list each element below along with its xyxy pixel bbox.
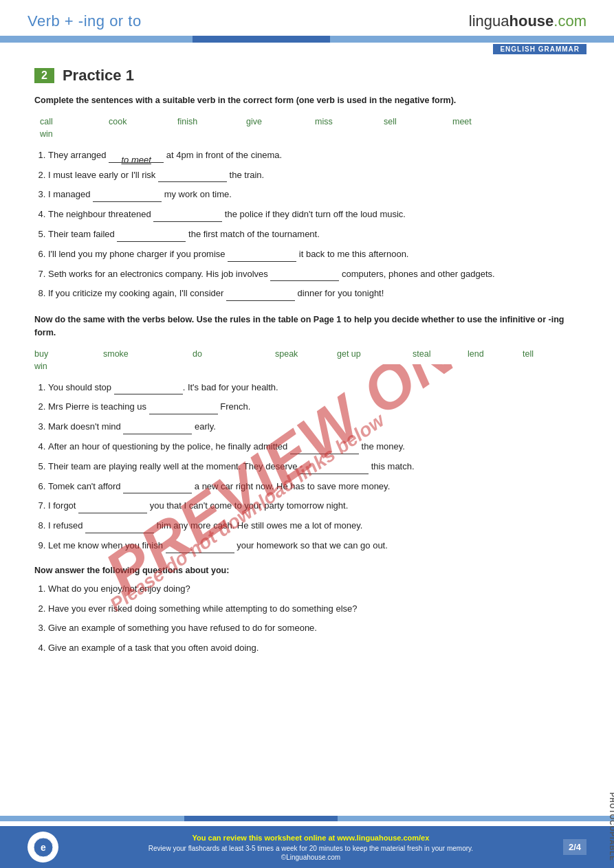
- blank: [300, 465, 369, 474]
- blue-bar-left: [0, 36, 193, 43]
- logo-domain: .com: [553, 12, 586, 30]
- blank: [123, 484, 192, 493]
- list-item: Tomek can't afford a new car right now. …: [48, 480, 580, 494]
- footer-url: You can review this worksheet online at …: [72, 834, 549, 842]
- grammar-label-row: ENGLISH GRAMMAR: [0, 44, 614, 54]
- questions-instruction: Now answer the following questions about…: [34, 566, 580, 575]
- sentences-list-1: They arranged to meet at 4pm in front of…: [48, 148, 580, 301]
- list-item: I must leave early or I'll risk the trai…: [48, 168, 580, 183]
- blank: [114, 385, 183, 394]
- blank: [158, 173, 227, 182]
- list-item: Their team are playing really well at th…: [48, 460, 580, 474]
- list-item: If you criticize my cooking again, I'll …: [48, 287, 580, 301]
- list-item: I'll lend you my phone charger if you pr…: [48, 247, 580, 262]
- logo-plain: lingua: [469, 12, 509, 30]
- word-bank-item: call: [34, 117, 103, 126]
- logo: linguahouse.com: [469, 12, 586, 30]
- footer-copyright: ©Linguahouse.com: [72, 854, 549, 861]
- page-wrapper: Verb + -ing or to linguahouse.com ENGLIS…: [0, 0, 614, 868]
- word-bank-item: tell: [523, 349, 564, 359]
- blank: [228, 252, 296, 262]
- word-bank-item: sell: [378, 117, 447, 126]
- grammar-label: ENGLISH GRAMMAR: [493, 44, 586, 54]
- list-item: Give an example of a task that you often…: [48, 641, 580, 656]
- blank: [290, 445, 359, 454]
- blank: [226, 291, 295, 301]
- footer-page: 2/4: [563, 839, 586, 855]
- footer-text-center: You can review this worksheet online at …: [72, 834, 549, 861]
- word-bank-item: cook: [103, 117, 172, 126]
- instruction-1: Complete the sentences with a suitable v…: [34, 94, 580, 107]
- blank: [123, 425, 192, 434]
- word-bank-item: win: [34, 129, 103, 139]
- list-item: Give an example of something you have re…: [48, 621, 580, 636]
- list-item: Mrs Pierre is teaching us French.: [48, 400, 580, 414]
- list-item: They arranged to meet at 4pm in front of…: [48, 148, 580, 163]
- word-bank-item: give: [241, 117, 309, 126]
- header: Verb + -ing or to linguahouse.com: [0, 0, 614, 30]
- blue-bar-right: [330, 36, 614, 43]
- list-item: Their team failed the first match of the…: [48, 227, 580, 242]
- photocopiable-label: PHOTOCOPIABLE: [608, 792, 614, 861]
- word-bank-2: buy smoke do speak get up steal lend tel…: [34, 349, 580, 359]
- blank: [166, 544, 234, 553]
- filled-answer: to meet: [109, 153, 164, 163]
- list-item: You should stop . It's bad for your heal…: [48, 381, 580, 395]
- section-header: 2 Practice 1: [34, 67, 580, 85]
- word-bank-item: win: [34, 361, 47, 371]
- logo-bold: house: [509, 12, 554, 30]
- questions-section: Now answer the following questions about…: [34, 566, 580, 656]
- list-item: The neighbour threatened the police if t…: [48, 208, 580, 222]
- list-item: Seth works for an electronics company. H…: [48, 267, 580, 282]
- word-bank-item: miss: [309, 117, 378, 126]
- footer: e You can review this worksheet online a…: [0, 826, 614, 868]
- list-item: I forgot you that I can't come to your p…: [48, 499, 580, 513]
- questions-list: What do you enjoy/not enjoy doing? Have …: [48, 582, 580, 656]
- blank: [149, 405, 218, 414]
- blank: [153, 212, 222, 222]
- word-bank-item: speak: [261, 349, 330, 359]
- list-item: I managed my work on time.: [48, 188, 580, 202]
- section-number: 2: [34, 68, 54, 83]
- word-bank-item: steal: [399, 349, 468, 359]
- list-item: After an hour of questioning by the poli…: [48, 440, 580, 454]
- word-bank-item: meet: [447, 117, 516, 126]
- sentences-list-2: You should stop . It's bad for your heal…: [48, 381, 580, 553]
- word-bank-item: get up: [330, 349, 399, 359]
- footer-logo-icon: e: [28, 832, 58, 863]
- footer-review: Review your flashcards at least 3-5 time…: [72, 844, 549, 854]
- word-bank-1: call cook finish give miss sell meet win: [34, 117, 580, 139]
- instruction-2: Now do the same with the verbs below. Us…: [34, 313, 580, 340]
- blank: [117, 232, 186, 242]
- logo-svg: e: [33, 837, 54, 858]
- list-item: Let me know when you finish your homewor…: [48, 539, 580, 553]
- content-area: 2 Practice 1 Complete the sentences with…: [0, 54, 614, 675]
- blue-bar-mid: [193, 36, 330, 43]
- list-item: What do you enjoy/not enjoy doing?: [48, 582, 580, 597]
- word-bank-item: smoke: [103, 349, 193, 359]
- word-bank-item: do: [193, 349, 261, 359]
- list-item: Mark doesn't mind early.: [48, 420, 580, 434]
- word-bank-item: lend: [468, 349, 523, 359]
- blank: [78, 504, 147, 513]
- word-bank-item: finish: [172, 117, 241, 126]
- word-bank-2b: win: [34, 361, 580, 371]
- list-item: I refused him any more cash. He still ow…: [48, 519, 580, 533]
- footer-blue-bar: [0, 816, 614, 821]
- blank: [270, 271, 339, 281]
- section-title: Practice 1: [63, 67, 134, 85]
- blank: [93, 192, 162, 202]
- svg-text:e: e: [41, 842, 46, 853]
- blank: [85, 524, 154, 533]
- page-title: Verb + -ing or to: [28, 12, 142, 30]
- word-bank-item: buy: [34, 349, 103, 359]
- list-item: Have you ever risked doing something whi…: [48, 602, 580, 616]
- blue-bar: [0, 36, 614, 43]
